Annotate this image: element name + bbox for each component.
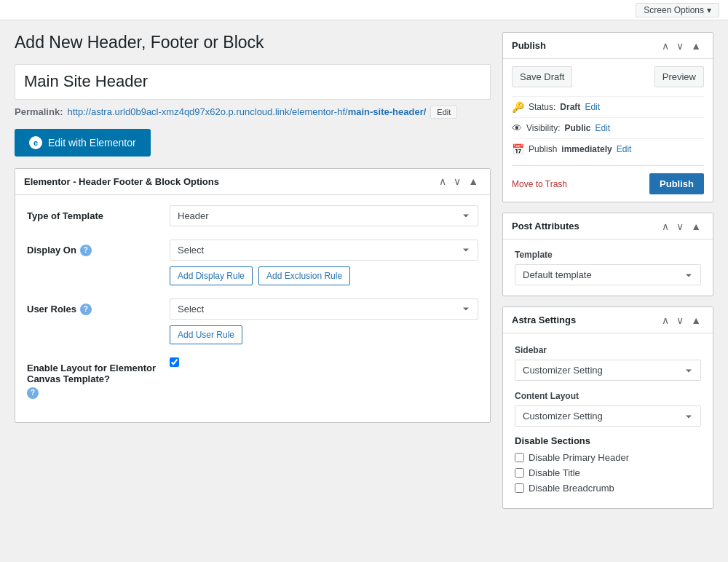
- display-on-buttons: Add Display Rule Add Exclusion Rule: [170, 266, 478, 285]
- astra-settings-controls: ∧ ∨ ▲: [659, 314, 704, 327]
- astra-settings-panel: Astra Settings ∧ ∨ ▲ Sidebar Customizer …: [502, 306, 713, 509]
- block-options-panel-title: Elementor - Header Footer & Block Option…: [24, 176, 436, 187]
- elementor-btn-label: Edit with Elementor: [48, 137, 136, 149]
- publish-panel-header: Publish ∧ ∨ ▲: [503, 33, 713, 59]
- disable-primary-header-row: Disable Primary Header: [515, 452, 701, 463]
- enable-layout-label: Enable Layout for Elementor Canvas Templ…: [27, 357, 158, 399]
- disable-title-row: Disable Title: [515, 467, 701, 478]
- status-row: 🔑 Status: Draft Edit: [512, 96, 704, 117]
- permalink-row: Permalink: http://astra.urld0b9acl-xmz4q…: [15, 106, 491, 119]
- disable-primary-header-checkbox[interactable]: [515, 453, 524, 462]
- publish-button[interactable]: Publish: [649, 173, 704, 194]
- post-attributes-header: Post Attributes ∧ ∨ ▲: [503, 213, 713, 240]
- disable-breadcrumb-row: Disable Breadcrumb: [515, 483, 701, 494]
- preview-button[interactable]: Preview: [654, 66, 704, 87]
- post-attrs-down-button[interactable]: ∨: [673, 220, 687, 233]
- display-on-select[interactable]: Select Entire Website All Singular All A…: [170, 240, 478, 261]
- edit-with-elementor-button[interactable]: e Edit with Elementor: [15, 129, 151, 157]
- post-attributes-body: Template Default template: [503, 240, 713, 296]
- publish-panel-down-button[interactable]: ∨: [673, 39, 687, 52]
- display-on-help-icon[interactable]: ?: [80, 245, 92, 256]
- disable-breadcrumb-label[interactable]: Disable Breadcrumb: [529, 483, 614, 494]
- template-select[interactable]: Default template: [515, 264, 701, 285]
- add-display-rule-button[interactable]: Add Display Rule: [170, 266, 253, 285]
- publish-panel: Publish ∧ ∨ ▲ Save Draft Preview 🔑 Statu…: [502, 32, 713, 202]
- visibility-edit-link[interactable]: Edit: [595, 123, 610, 133]
- enable-layout-help-icon[interactable]: ?: [27, 387, 39, 399]
- permalink-edit-button[interactable]: Edit: [430, 106, 457, 119]
- publish-panel-collapse-button[interactable]: ▲: [688, 39, 704, 52]
- add-user-rule-button[interactable]: Add User Rule: [170, 325, 242, 344]
- publish-actions: Save Draft Preview: [512, 66, 704, 87]
- save-draft-button[interactable]: Save Draft: [512, 66, 572, 87]
- display-on-control: Select Entire Website All Singular All A…: [170, 240, 478, 285]
- astra-settings-header: Astra Settings ∧ ∨ ▲: [503, 307, 713, 333]
- user-roles-select[interactable]: Select All Users Logged In Logged Out: [170, 298, 478, 320]
- post-attributes-title: Post Attributes: [512, 221, 659, 231]
- block-options-panel-header: Elementor - Header Footer & Block Option…: [15, 169, 490, 195]
- sidebar-label: Sidebar: [515, 345, 701, 355]
- user-roles-buttons: Add User Rule: [170, 325, 478, 344]
- publish-footer: Move to Trash Publish: [512, 165, 704, 194]
- panel-down-button[interactable]: ∨: [451, 175, 464, 188]
- block-options-panel: Elementor - Header Footer & Block Option…: [15, 168, 491, 423]
- status-value: Draft: [560, 102, 580, 112]
- disable-title-checkbox[interactable]: [515, 468, 524, 478]
- page-title: Add New Header, Footer or Block: [15, 32, 491, 54]
- move-to-trash-link[interactable]: Move to Trash: [512, 179, 567, 189]
- publish-time-label: Publish: [529, 144, 557, 154]
- type-of-template-label: Type of Template: [27, 205, 158, 221]
- disable-breadcrumb-checkbox[interactable]: [515, 483, 524, 493]
- astra-settings-title: Astra Settings: [512, 314, 659, 325]
- visibility-value: Public: [564, 123, 590, 133]
- add-exclusion-rule-button[interactable]: Add Exclusion Rule: [258, 266, 350, 285]
- user-roles-label: User Roles ?: [27, 298, 158, 315]
- calendar-icon: 📅: [512, 143, 524, 155]
- status-label: Status:: [529, 102, 555, 112]
- display-on-label: Display On ?: [27, 240, 158, 256]
- visibility-row: 👁 Visibility: Public Edit: [512, 117, 704, 138]
- sidebar-select[interactable]: Customizer Setting Default Left Sidebar …: [515, 360, 701, 381]
- block-options-panel-body: Type of Template Header Footer Block Dis…: [15, 195, 490, 422]
- astra-up-button[interactable]: ∧: [659, 314, 672, 327]
- astra-down-button[interactable]: ∨: [673, 314, 687, 327]
- permalink-label: Permalink:: [15, 106, 63, 117]
- post-attrs-collapse-button[interactable]: ▲: [688, 220, 704, 233]
- astra-collapse-button[interactable]: ▲: [688, 314, 704, 327]
- astra-settings-body: Sidebar Customizer Setting Default Left …: [503, 333, 713, 508]
- top-bar: Screen Options ▾: [0, 0, 728, 20]
- panel-collapse-button[interactable]: ▲: [465, 175, 481, 188]
- publish-time-edit-link[interactable]: Edit: [617, 144, 632, 154]
- type-of-template-select[interactable]: Header Footer Block: [170, 205, 478, 226]
- user-roles-row: User Roles ? Select All Users Logged In …: [27, 298, 478, 344]
- left-column: Add New Header, Footer or Block Permalin…: [15, 32, 491, 519]
- visibility-icon: 👁: [512, 122, 522, 134]
- post-attrs-up-button[interactable]: ∧: [659, 220, 672, 233]
- main-content: Add New Header, Footer or Block Permalin…: [0, 20, 728, 531]
- visibility-label: Visibility:: [526, 123, 560, 133]
- publish-panel-controls: ∧ ∨ ▲: [659, 39, 704, 52]
- chevron-down-icon: ▾: [707, 5, 711, 15]
- disable-sections-label: Disable Sections: [515, 435, 701, 446]
- screen-options-button[interactable]: Screen Options ▾: [636, 3, 719, 17]
- user-roles-help-icon[interactable]: ?: [80, 304, 92, 315]
- template-label: Template: [515, 250, 701, 260]
- publish-panel-body: Save Draft Preview 🔑 Status: Draft Edit …: [503, 59, 713, 202]
- enable-layout-checkbox[interactable]: [170, 357, 179, 367]
- panel-up-button[interactable]: ∧: [436, 175, 449, 188]
- publish-panel-up-button[interactable]: ∧: [659, 39, 672, 52]
- content-layout-select[interactable]: Customizer Setting Default Full Width: [515, 405, 701, 427]
- status-edit-link[interactable]: Edit: [585, 102, 600, 112]
- right-column: Publish ∧ ∨ ▲ Save Draft Preview 🔑 Statu…: [502, 32, 713, 519]
- user-roles-control: Select All Users Logged In Logged Out Ad…: [170, 298, 478, 344]
- permalink-url[interactable]: http://astra.urld0b9acl-xmz4qd97x62o.p.r…: [67, 106, 426, 117]
- post-title-input[interactable]: [15, 64, 491, 100]
- status-icon: 🔑: [512, 101, 524, 113]
- publish-time-row: 📅 Publish immediately Edit: [512, 138, 704, 159]
- disable-title-label[interactable]: Disable Title: [529, 467, 580, 478]
- display-on-row: Display On ? Select Entire Website All S…: [27, 240, 478, 285]
- elementor-icon: e: [29, 136, 42, 149]
- disable-primary-header-label[interactable]: Disable Primary Header: [529, 452, 629, 463]
- publish-panel-title: Publish: [512, 40, 659, 51]
- content-layout-label: Content Layout: [515, 391, 701, 401]
